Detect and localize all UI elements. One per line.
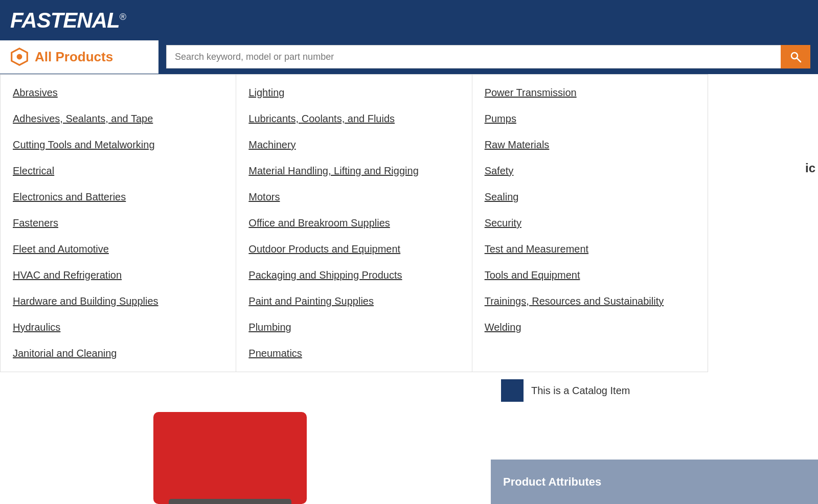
catalog-text: This is a Catalog Item bbox=[531, 385, 630, 397]
dropdown-col-3: Power TransmissionPumpsRaw MaterialsSafe… bbox=[472, 75, 708, 372]
logo[interactable]: FASTENAL® bbox=[10, 8, 126, 33]
logo-registered: ® bbox=[120, 12, 126, 22]
dropdown-item[interactable]: Hydraulics bbox=[1, 314, 236, 340]
dropdown-item[interactable]: Lighting bbox=[236, 80, 471, 106]
hexagon-icon bbox=[10, 48, 29, 66]
dropdown-item[interactable]: Plumbing bbox=[236, 314, 471, 340]
dropdown-item[interactable]: Motors bbox=[236, 184, 471, 210]
product-image-area bbox=[0, 376, 460, 504]
dropdown-item[interactable]: Pneumatics bbox=[236, 340, 471, 366]
catalog-icon bbox=[501, 379, 524, 402]
dropdown-item[interactable]: Office and Breakroom Supplies bbox=[236, 210, 471, 236]
dropdown-item[interactable]: Hardware and Building Supplies bbox=[1, 288, 236, 314]
dropdown-item[interactable]: Cutting Tools and Metalworking bbox=[1, 132, 236, 158]
dropdown-col-2: LightingLubricants, Coolants, and Fluids… bbox=[236, 75, 472, 372]
dropdown-item[interactable]: Packaging and Shipping Products bbox=[236, 262, 471, 288]
dropdown-item[interactable]: Lubricants, Coolants, and Fluids bbox=[236, 106, 471, 132]
dropdown-item[interactable]: Raw Materials bbox=[472, 132, 708, 158]
dropdown-item[interactable]: Security bbox=[472, 210, 708, 236]
svg-point-1 bbox=[17, 54, 22, 60]
dropdown-item[interactable]: Outdoor Products and Equipment bbox=[236, 236, 471, 262]
all-products-button[interactable]: All Products bbox=[0, 40, 158, 74]
search-container bbox=[158, 40, 818, 74]
dropdown-item[interactable]: Machinery bbox=[236, 132, 471, 158]
search-button[interactable] bbox=[781, 45, 810, 68]
dropdown-col-1: AbrasivesAdhesives, Sealants, and TapeCu… bbox=[1, 75, 236, 372]
dropdown-item[interactable]: HVAC and Refrigeration bbox=[1, 262, 236, 288]
dropdown-item[interactable]: Fasteners bbox=[1, 210, 236, 236]
dropdown-item[interactable]: Material Handling, Lifting and Rigging bbox=[236, 158, 471, 184]
search-icon bbox=[789, 51, 802, 63]
partial-right-text: ic bbox=[803, 158, 818, 178]
dropdown-item[interactable]: Pumps bbox=[472, 106, 708, 132]
dropdown-item[interactable]: Power Transmission bbox=[472, 80, 708, 106]
product-attributes-section[interactable]: Product Attributes bbox=[491, 460, 818, 504]
header: FASTENAL® bbox=[0, 0, 818, 41]
catalog-item-area: This is a Catalog Item bbox=[491, 369, 818, 412]
navbar: All Products bbox=[0, 41, 818, 74]
dropdown-item[interactable]: Test and Measurement bbox=[472, 236, 708, 262]
dropdown-item[interactable]: Paint and Painting Supplies bbox=[236, 288, 471, 314]
dropdown-item[interactable]: Tools and Equipment bbox=[472, 262, 708, 288]
dropdown-item[interactable]: Fleet and Automotive bbox=[1, 236, 236, 262]
product-shape bbox=[153, 412, 307, 504]
dropdown-item[interactable]: Janitorial and Cleaning bbox=[1, 340, 236, 366]
dropdown-item[interactable]: Electronics and Batteries bbox=[1, 184, 236, 210]
svg-line-3 bbox=[797, 58, 801, 62]
logo-text: FASTENAL bbox=[10, 8, 120, 32]
dropdown-item[interactable]: Adhesives, Sealants, and Tape bbox=[1, 106, 236, 132]
dropdown-item[interactable]: Safety bbox=[472, 158, 708, 184]
search-input[interactable] bbox=[166, 45, 781, 68]
all-products-label: All Products bbox=[35, 49, 113, 65]
dropdown-item[interactable]: Sealing bbox=[472, 184, 708, 210]
dropdown-item[interactable]: Welding bbox=[472, 314, 708, 340]
product-attributes-label: Product Attributes bbox=[503, 475, 601, 489]
dropdown-menu: AbrasivesAdhesives, Sealants, and TapeCu… bbox=[0, 74, 708, 372]
dropdown-item[interactable]: Electrical bbox=[1, 158, 236, 184]
dropdown-item[interactable]: Trainings, Resources and Sustainability bbox=[472, 288, 708, 314]
dropdown-item[interactable]: Abrasives bbox=[1, 80, 236, 106]
